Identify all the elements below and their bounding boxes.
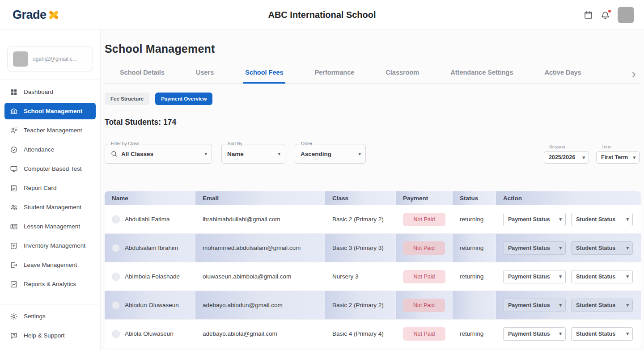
sidebar-item-label: Settings [24, 313, 46, 320]
subtab-payment-overview[interactable]: Payment Overview [155, 93, 212, 105]
sidebar-item-label: Computer Based Test [24, 165, 82, 172]
student-name: Abdulsalam Ibrahim [125, 245, 178, 251]
sidebar-item-label: Reports & Analytics [24, 281, 76, 287]
term-label: Term [602, 144, 640, 149]
students-table: Name Email Class Payment Status Action A… [105, 191, 641, 348]
sidebar-item-teacher-management[interactable]: Teacher Management [4, 122, 96, 139]
table-row: Abiodun Oluwaseun adebayo.abiodun@gmail.… [105, 291, 641, 320]
sidebar-item-computer-based-test[interactable]: Computer Based Test [4, 160, 96, 177]
exit-icon [10, 261, 18, 269]
monitor-icon [10, 165, 18, 173]
tab-classroom[interactable]: Classroom [384, 69, 421, 84]
student-class: Basic 2 (Primary 2) [325, 205, 396, 233]
chevron-right-icon[interactable] [630, 71, 638, 79]
class-filter-select[interactable]: Filter by Class All Classes ▾ [105, 144, 212, 164]
tab-users[interactable]: Users [194, 69, 216, 84]
student-email: adebayo.abiola@gmail.com [195, 320, 325, 348]
user-card[interactable]: ogahij2@gmail.c... [7, 46, 93, 72]
chevron-down-icon: ▾ [204, 152, 207, 156]
document-icon [10, 184, 18, 192]
student-status-select[interactable]: Student Status ▾ [571, 327, 633, 341]
student-class: Nursery 3 [325, 262, 396, 291]
sidebar-item-label: Inventory Management [24, 242, 85, 249]
calendar-icon[interactable] [584, 10, 593, 20]
sidebar-item-leave-management[interactable]: Leave Management [4, 257, 96, 273]
payment-status-select[interactable]: Payment Status ▾ [503, 241, 566, 255]
column-header-action: Action [496, 191, 641, 205]
payment-status-select[interactable]: Payment Status ▾ [503, 213, 566, 226]
payment-badge: Not Paid [403, 270, 445, 283]
payment-status-select[interactable]: Payment Status ▾ [503, 270, 566, 283]
order-value: Ascending [301, 151, 331, 157]
subtab-fee-structure[interactable]: Fee Structure [105, 93, 149, 105]
sidebar-item-help-support[interactable]: Help & Support [4, 327, 96, 344]
tab-bar: School Details Users School Fees Perform… [105, 69, 640, 84]
payment-status-select[interactable]: Payment Status ▾ [503, 299, 566, 312]
topbar-actions [584, 7, 634, 23]
order-select[interactable]: Order Ascending ▾ [295, 144, 366, 164]
session-label: Session [549, 144, 589, 149]
sidebar-item-settings[interactable]: Settings [4, 308, 96, 325]
teacher-icon [10, 127, 18, 135]
tab-active-days[interactable]: Active Days [542, 69, 583, 84]
bell-icon[interactable] [601, 10, 610, 20]
sidebar-item-dashboard[interactable]: Dashboard [4, 84, 96, 100]
sidebar-item-label: Report Card [24, 185, 57, 191]
grid-icon [10, 88, 18, 96]
sidebar-item-school-management[interactable]: School Management [4, 103, 96, 119]
sidebar-item-student-management[interactable]: Student Management [4, 199, 96, 215]
student-name: Abdullahi Fatima [125, 216, 170, 223]
chevron-down-icon: ▾ [633, 155, 636, 160]
row-avatar [112, 330, 120, 338]
chevron-down-icon: ▾ [626, 274, 629, 279]
session-select[interactable]: 2025/2026 ▾ [544, 151, 589, 164]
sidebar-item-attendance[interactable]: Attendance [4, 141, 96, 158]
order-label: Order [299, 141, 314, 147]
sidebar-item-report-card[interactable]: Report Card [4, 180, 96, 196]
divider [0, 80, 100, 80]
avatar[interactable] [618, 7, 634, 23]
sort-by-select[interactable]: Sort By Name ▾ [221, 144, 285, 164]
student-status: returning [453, 234, 496, 262]
school-title: ABC International School [268, 10, 376, 20]
table-row: Abimbola Folashade oluwaseun.abimbola@gm… [105, 262, 641, 291]
student-status-select[interactable]: Student Status ▾ [571, 299, 633, 312]
payment-badge: Not Paid [403, 327, 445, 341]
session-value: 2025/2026 [549, 154, 575, 160]
row-avatar [112, 301, 120, 309]
tab-performance[interactable]: Performance [313, 69, 356, 84]
student-status-select[interactable]: Student Status ▾ [571, 270, 633, 283]
session-group: Session 2025/2026 ▾ [544, 144, 589, 164]
sidebar-item-lesson-management[interactable]: Lesson Management [4, 218, 96, 235]
sidebar-item-reports-analytics[interactable]: Reports & Analytics [4, 276, 96, 292]
tab-attendance-settings[interactable]: Attendance Settings [449, 69, 515, 84]
people-icon [10, 203, 18, 211]
main-content: School Management School Details Users S… [101, 30, 644, 350]
term-select[interactable]: First Term ▾ [596, 151, 640, 164]
chevron-down-icon: ▾ [626, 217, 629, 222]
tab-school-details[interactable]: School Details [118, 69, 166, 84]
chevron-down-icon: ▾ [358, 152, 361, 156]
payment-status-select[interactable]: Payment Status ▾ [503, 327, 566, 341]
class-filter-value: All Classes [121, 151, 153, 157]
student-status-select[interactable]: Student Status ▾ [571, 213, 633, 226]
term-value: First Term [601, 154, 628, 160]
brand-text: Grade [13, 8, 47, 22]
chart-icon [10, 280, 18, 288]
sidebar-item-label: Dashboard [24, 89, 53, 95]
student-class: Basic 4 (Primary 4) [325, 320, 396, 348]
table-row: Abdullahi Fatima ibrahimabdullahi@gmail.… [105, 205, 641, 234]
student-status [453, 291, 496, 319]
chevron-down-icon: ▾ [559, 245, 562, 250]
tab-school-fees[interactable]: School Fees [243, 69, 285, 84]
student-email: mohammed.abdulsalam@gmail.com [195, 234, 325, 262]
chevron-down-icon: ▾ [626, 331, 629, 336]
chevron-down-icon: ▾ [559, 274, 562, 279]
student-class: Basic 2 (Primary 2) [325, 291, 396, 319]
brand-logo[interactable]: Grade [13, 8, 59, 22]
student-status-select[interactable]: Student Status ▾ [571, 241, 633, 255]
sidebar-item-inventory-management[interactable]: Inventory Management [4, 237, 96, 254]
column-header-email: Email [195, 191, 325, 205]
chevron-down-icon: ▾ [626, 303, 629, 308]
student-status: returning [453, 205, 496, 233]
